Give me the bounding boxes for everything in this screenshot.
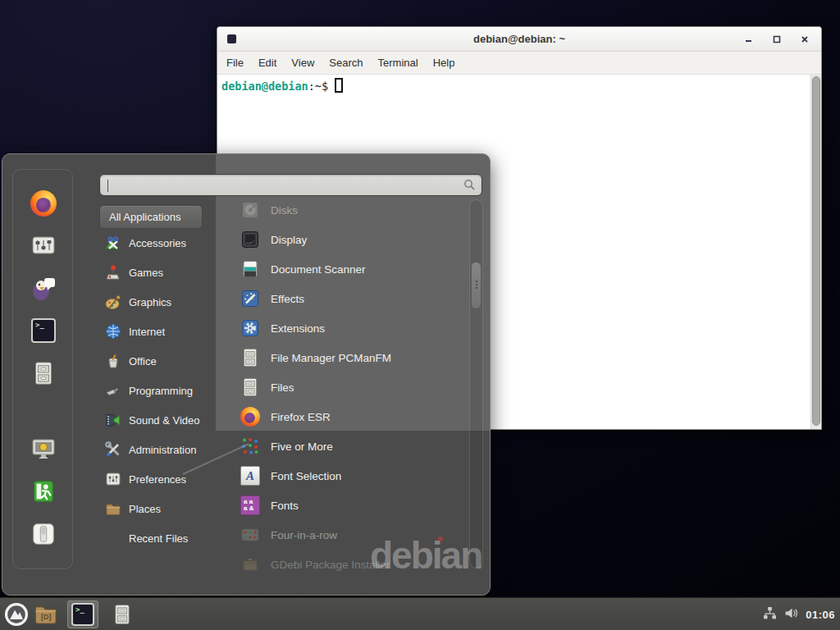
administration-icon	[105, 441, 121, 458]
system-tray: 01:06	[763, 598, 835, 630]
favorite-lock-screen[interactable]	[30, 436, 57, 462]
app-item-font-selection[interactable]: A Font Selection	[232, 461, 462, 491]
terminal-scrollbar-thumb[interactable]	[812, 76, 820, 426]
app-label: Fonts	[271, 500, 299, 512]
document-scanner-icon	[240, 259, 260, 279]
extensions-icon	[240, 318, 260, 338]
app-item-five-or-more[interactable]: Five or More	[232, 431, 462, 461]
search-icon	[463, 179, 476, 191]
favorites-column: >_	[12, 169, 73, 569]
app-item-extensions[interactable]: Extensions	[232, 313, 462, 343]
app-item-fonts[interactable]: a aa & Fonts	[232, 491, 462, 520]
app-list-scrollbar-track[interactable]	[469, 199, 483, 568]
menu-edit[interactable]: Edit	[251, 52, 284, 73]
favorite-control-center[interactable]	[30, 232, 57, 258]
category-games[interactable]: Games	[99, 258, 231, 287]
disks-icon	[240, 200, 260, 220]
folder-d-icon: [D]	[34, 604, 57, 625]
category-accessories[interactable]: Accessories	[99, 228, 231, 258]
category-office[interactable]: Office	[99, 346, 231, 376]
network-tray-icon[interactable]	[763, 606, 777, 623]
category-all-applications[interactable]: All Applications	[99, 205, 203, 229]
app-item-document-scanner[interactable]: Document Scanner	[232, 254, 462, 284]
maximize-button[interactable]	[771, 34, 782, 45]
app-item-effects[interactable]: Effects	[232, 284, 462, 313]
favorite-terminal[interactable]: >_	[30, 317, 57, 344]
app-list-scrollbar-thumb[interactable]	[471, 262, 482, 309]
app-item-disks[interactable]: Disks	[232, 195, 462, 225]
app-item-four-in-a-row[interactable]: Four-in-a-row	[232, 520, 462, 550]
category-internet[interactable]: Internet	[99, 317, 231, 346]
taskbar-file-manager-launcher[interactable]	[112, 604, 133, 625]
firefox-icon	[240, 407, 260, 427]
taskbar-terminal-window-button[interactable]: >_	[67, 600, 98, 628]
firefox-icon	[30, 190, 57, 217]
menu-help[interactable]: Help	[426, 52, 463, 73]
preferences-icon	[105, 471, 121, 487]
app-item-display[interactable]: Display	[232, 225, 462, 254]
window-title: debian@debian: ~	[217, 33, 821, 45]
accessories-icon	[105, 235, 121, 251]
favorite-pidgin[interactable]	[30, 275, 57, 301]
desktop: debian@debian: ~ File Edit View Search T…	[0, 0, 840, 630]
effects-icon	[240, 289, 260, 308]
app-item-firefox-esr[interactable]: Firefox ESR	[232, 402, 462, 431]
desktop-folder-launcher[interactable]: [D]	[34, 604, 57, 625]
category-label: Preferences	[129, 473, 186, 486]
menu-terminal[interactable]: Terminal	[371, 52, 426, 73]
terminal-icon: >_	[71, 603, 94, 626]
menu-button[interactable]	[4, 602, 29, 627]
recent-files-label: Recent Files	[129, 532, 188, 545]
favorite-shut-down[interactable]	[30, 521, 57, 547]
categories-column: Accessories Games Graphics Internet	[99, 228, 231, 553]
category-preferences[interactable]: Preferences	[99, 464, 231, 494]
menu-view[interactable]: View	[284, 52, 322, 73]
favorite-file-manager[interactable]	[30, 360, 57, 386]
search-input[interactable]	[107, 176, 451, 194]
minimize-button[interactable]	[743, 34, 754, 45]
volume-tray-icon[interactable]	[784, 606, 798, 623]
taskbar-clock[interactable]: 01:06	[806, 609, 835, 621]
application-menu: debian	[2, 153, 491, 596]
app-label: File Manager PCManFM	[271, 352, 391, 364]
file-cabinet-icon	[240, 377, 260, 397]
app-label: Effects	[271, 293, 304, 305]
graphics-icon	[105, 294, 121, 310]
category-places[interactable]: Places	[99, 494, 231, 523]
category-label: Office	[129, 355, 157, 368]
menu-file[interactable]: File	[219, 52, 251, 73]
terminal-scrollbar[interactable]	[810, 75, 821, 429]
app-label: Disks	[271, 204, 298, 217]
category-recent-files[interactable]: Recent Files	[99, 523, 231, 553]
places-icon	[105, 500, 121, 517]
category-label: Administration	[129, 444, 196, 456]
text-caret	[107, 180, 108, 192]
close-button[interactable]	[799, 34, 810, 45]
terminal-titlebar[interactable]: debian@debian: ~	[217, 27, 821, 52]
svg-text:[D]: [D]	[41, 613, 52, 621]
category-label: Sound & Video	[129, 414, 200, 427]
display-icon	[240, 230, 260, 249]
app-item-file-manager-pcmanfm[interactable]: File Manager PCManFM	[232, 343, 462, 372]
category-label: Internet	[129, 326, 165, 338]
prompt-path: :~$	[308, 80, 328, 93]
category-programming[interactable]: Programming	[99, 376, 231, 405]
category-graphics[interactable]: Graphics	[99, 287, 231, 317]
category-sound-video[interactable]: Sound & Video	[99, 405, 231, 435]
favorite-log-out[interactable]	[30, 478, 57, 504]
distro-menu-icon	[4, 602, 29, 627]
games-icon	[105, 264, 121, 281]
app-item-gdebi[interactable]: GDebi Package Installer	[232, 550, 462, 579]
internet-icon	[105, 323, 121, 340]
terminal-icon: >_	[31, 318, 56, 343]
pidgin-icon	[30, 275, 57, 301]
lock-screen-icon	[30, 436, 57, 462]
app-label: Files	[271, 381, 294, 394]
fonts-icon: a aa &	[240, 495, 260, 515]
font-selection-icon: A	[240, 466, 260, 486]
app-item-files[interactable]: Files	[232, 372, 462, 402]
menu-search-box	[99, 174, 482, 196]
app-label: Five or More	[271, 441, 333, 453]
favorite-firefox[interactable]	[30, 190, 57, 217]
menu-search[interactable]: Search	[322, 52, 370, 73]
